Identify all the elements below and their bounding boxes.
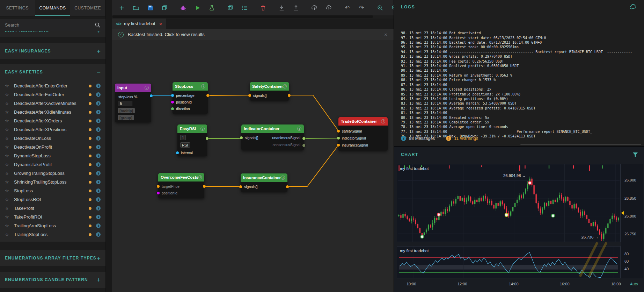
input-port[interactable] [239, 185, 242, 188]
section-enumerations-candle-pattern[interactable]: ENUMERATIONS CANDLE PATTERN + [0, 272, 105, 288]
star-icon[interactable]: ☆ [5, 127, 14, 132]
star-icon[interactable]: ☆ [5, 118, 14, 123]
star-icon[interactable]: ☆ [5, 109, 14, 115]
tab-close-icon[interactable]: × [159, 21, 162, 27]
output-port[interactable] [203, 185, 206, 188]
node-insurance-container[interactable]: InsuranceContaineri signals[] [241, 173, 287, 192]
safety-list-item[interactable]: ☆ DeactivateAfterEnterOrder i [0, 81, 105, 90]
star-icon[interactable]: ☆ [5, 206, 14, 211]
rsi-length-field[interactable]: 1 [180, 135, 186, 140]
input-port[interactable] [157, 185, 160, 188]
cloud-download-icon[interactable] [309, 3, 319, 13]
search-input[interactable] [5, 22, 95, 28]
star-icon[interactable]: ☆ [5, 188, 14, 193]
node-canvas[interactable]: Inputi stop-loss % 5 [tooltip] [group] S… [112, 40, 394, 292]
safety-list-item[interactable]: ☆ GrowingTrailingStopLoss i [0, 169, 105, 178]
safety-list-item[interactable]: ☆ DeactivateAfterXPositions i [0, 125, 105, 134]
node-safety-container[interactable]: SafetyContaineri signals[] [250, 82, 289, 101]
safety-list-item[interactable]: ☆ DynamicTakeProfit i [0, 160, 105, 169]
cloud-icon[interactable] [629, 4, 637, 10]
output-port[interactable] [150, 94, 153, 97]
safety-list-item[interactable]: ☆ TrailingArmStopLoss i [0, 221, 105, 230]
info-icon[interactable]: i [145, 86, 149, 90]
expand-icon[interactable]: + [97, 31, 101, 34]
debug-icon[interactable] [178, 3, 188, 13]
zoom-in-icon[interactable] [375, 3, 385, 13]
star-icon[interactable]: ☆ [5, 136, 14, 141]
output-port[interactable] [206, 94, 209, 97]
output-port[interactable] [302, 137, 305, 140]
editor-tab[interactable]: </> my first tradebot × [112, 19, 166, 29]
info-icon[interactable]: i [96, 154, 101, 158]
input-port[interactable] [157, 192, 160, 194]
horizontal-scrollbar[interactable] [112, 15, 373, 18]
safety-list-item[interactable]: ☆ DeactivateAfterXOrders i [0, 116, 105, 125]
star-icon[interactable]: ☆ [5, 171, 14, 176]
safety-list-item[interactable]: ☆ DeactivateOnLoss i [0, 134, 105, 143]
input-port[interactable] [171, 101, 174, 104]
info-icon[interactable]: i [96, 206, 101, 211]
input-port[interactable] [337, 130, 340, 133]
tab-customize[interactable]: CUSTOMIZE [70, 0, 105, 16]
safety-list-item[interactable]: ☆ DeactivateAfterXActiveMinutes i [0, 99, 105, 108]
price-chart[interactable]: my first tradebot 26.904,98 →26.736 → [397, 164, 621, 242]
info-icon[interactable]: i [96, 136, 101, 141]
safety-list-item[interactable]: ☆ TakeProfit i [0, 204, 105, 213]
time-axis[interactable]: 10:00 12:00 14:00 16:00 18:00 Auto [397, 280, 643, 289]
info-icon[interactable]: i [96, 110, 101, 114]
expand-icon[interactable]: + [97, 277, 101, 283]
info-icon[interactable]: i [201, 84, 205, 88]
section-easy-insurances[interactable]: EASY INSURANCES + [0, 43, 105, 59]
info-icon[interactable]: i [96, 180, 101, 184]
input-port[interactable] [337, 137, 340, 140]
info-icon[interactable]: i [198, 175, 202, 179]
info-icon[interactable]: i [96, 84, 101, 88]
info-icon[interactable]: i [96, 171, 101, 176]
rsi-type-field[interactable]: RSI [180, 142, 190, 148]
node-tradebot-container[interactable]: TradeBotContaineri safetySignal indicato… [338, 117, 388, 151]
safety-list-item[interactable]: ☆ StopLossROI i [0, 195, 105, 204]
tab-settings[interactable]: SETTINGS [0, 0, 35, 16]
star-icon[interactable]: ☆ [5, 232, 14, 237]
section-easy-safeties[interactable]: EASY SAFETIES − [0, 64, 105, 80]
list-icon[interactable] [240, 3, 249, 13]
info-icon[interactable]: i [96, 197, 101, 202]
section-easy-indicators[interactable]: EASY INDICATORS+ [0, 31, 105, 37]
input-port[interactable] [240, 136, 243, 139]
star-icon[interactable]: ☆ [5, 83, 14, 88]
log-list[interactable]: 98. 13 mei 23 18:14:00 Bot deactivated97… [394, 14, 644, 139]
output-port[interactable] [206, 137, 208, 140]
info-icon[interactable]: i [96, 215, 101, 219]
price-axis[interactable]: 26.900 26.850 26.800 26.750 80 60 40 [621, 164, 643, 278]
star-icon[interactable]: ☆ [5, 153, 14, 158]
safety-list-item[interactable]: ☆ DeactivateAfterExitOrder i [0, 90, 105, 99]
input-port[interactable] [248, 94, 251, 97]
input-port[interactable] [171, 107, 174, 110]
safety-list-item[interactable]: ☆ DeactivateOnProfit i [0, 143, 105, 151]
info-icon[interactable]: i [297, 127, 301, 131]
output-port[interactable] [288, 94, 291, 97]
messages-info-icon[interactable]: i [401, 136, 406, 141]
input-port[interactable] [171, 94, 174, 97]
expand-icon[interactable]: + [97, 48, 101, 55]
star-icon[interactable]: ☆ [5, 101, 14, 106]
notification-bar[interactable]: ✓ Backtest finished. Click to view resul… [112, 29, 394, 40]
node-input[interactable]: Inputi stop-loss % 5 [tooltip] [group] [115, 84, 151, 122]
section-enumerations-array-filter-types[interactable]: ENUMERATIONS ARRAY FILTER TYPES + [0, 250, 105, 266]
node-overcome-fee-costs[interactable]: OvercomeFeeCostsi targetPrice positionId [158, 173, 204, 198]
output-port[interactable] [302, 144, 305, 147]
node-indicator-container[interactable]: IndicatorContaineri signals[]unanimousSi… [241, 124, 304, 150]
undo-icon[interactable]: ↶ [342, 3, 352, 13]
star-icon[interactable]: ☆ [5, 214, 14, 220]
info-icon[interactable]: i [283, 84, 287, 88]
test-flask-icon[interactable] [207, 3, 217, 13]
star-icon[interactable]: ☆ [5, 197, 14, 202]
copy-file-icon[interactable] [160, 3, 169, 13]
delete-icon[interactable] [258, 3, 268, 13]
info-icon[interactable]: i [96, 145, 101, 149]
star-icon[interactable]: ☆ [5, 144, 14, 150]
duplicate-icon[interactable] [225, 3, 235, 13]
collapse-icon[interactable]: − [97, 69, 101, 76]
filter-icon[interactable] [632, 152, 638, 157]
input-port[interactable] [337, 144, 340, 147]
